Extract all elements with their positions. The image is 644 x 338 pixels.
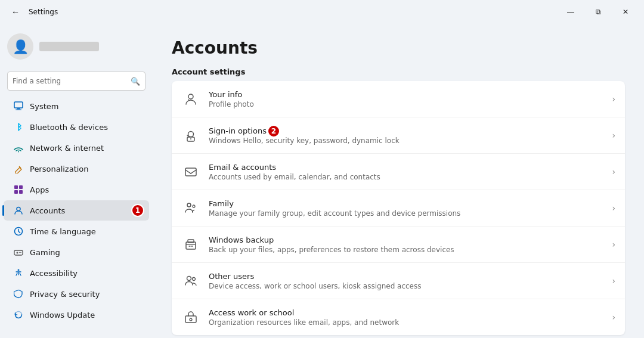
sidebar-label-privacy: Privacy & security bbox=[30, 290, 100, 299]
svg-rect-1 bbox=[17, 108, 20, 110]
sidebar-item-personalization[interactable]: Personalization bbox=[4, 159, 149, 179]
your-info-icon bbox=[181, 89, 200, 108]
your-info-text: Your info Profile photo bbox=[209, 90, 603, 108]
app-title: Settings bbox=[29, 8, 58, 16]
svg-point-14 bbox=[20, 252, 21, 253]
sidebar-item-apps[interactable]: Apps bbox=[4, 179, 149, 200]
svg-point-27 bbox=[187, 277, 191, 281]
other-users-desc: Device access, work or school users, kio… bbox=[209, 282, 603, 290]
family-icon bbox=[181, 199, 200, 218]
gaming-icon bbox=[13, 247, 24, 258]
sidebar-item-gaming[interactable]: Gaming bbox=[4, 242, 149, 262]
email-icon bbox=[181, 162, 200, 181]
page-title: Accounts bbox=[172, 38, 625, 58]
svg-rect-22 bbox=[185, 168, 196, 176]
nav-list: System Bluetooth & devices Network & int… bbox=[0, 95, 153, 325]
close-button[interactable]: ✕ bbox=[612, 2, 639, 21]
accounts-icon bbox=[13, 205, 24, 216]
family-chevron: › bbox=[612, 203, 615, 213]
sidebar-label-time: Time & language bbox=[30, 227, 96, 236]
sidebar-label-bluetooth: Bluetooth & devices bbox=[30, 123, 108, 132]
section-label: Account settings bbox=[172, 67, 625, 76]
settings-item-your-info[interactable]: Your info Profile photo › bbox=[172, 81, 625, 117]
sidebar-item-privacy[interactable]: Privacy & security bbox=[4, 284, 149, 304]
svg-point-15 bbox=[18, 269, 20, 271]
your-info-desc: Profile photo bbox=[209, 100, 603, 108]
search-box[interactable]: Find a setting 🔍 bbox=[7, 72, 145, 91]
email-chevron: › bbox=[612, 167, 615, 176]
sidebar-label-update: Windows Update bbox=[30, 311, 95, 320]
user-profile[interactable]: 👤 bbox=[0, 29, 153, 67]
sidebar-label-accounts: Accounts bbox=[30, 206, 65, 215]
sign-in-chevron: › bbox=[612, 131, 615, 140]
sidebar-item-bluetooth[interactable]: Bluetooth & devices bbox=[4, 117, 149, 137]
search-container: Find a setting 🔍 bbox=[0, 69, 153, 95]
user-name bbox=[39, 42, 99, 51]
other-users-text: Other users Device access, work or schoo… bbox=[209, 272, 603, 290]
badge-2: 2 bbox=[267, 125, 280, 138]
sidebar: 👤 Find a setting 🔍 System Bluetooth & de… bbox=[0, 24, 153, 338]
backup-title: Windows backup bbox=[209, 235, 603, 244]
sidebar-item-system[interactable]: System bbox=[4, 96, 149, 116]
other-users-icon bbox=[181, 271, 200, 290]
your-info-title: Your info bbox=[209, 90, 603, 99]
sidebar-item-accounts[interactable]: Accounts 1 bbox=[4, 200, 149, 221]
your-info-chevron: › bbox=[612, 94, 615, 104]
settings-item-family[interactable]: Family Manage your family group, edit ac… bbox=[172, 190, 625, 227]
bluetooth-icon bbox=[13, 122, 24, 132]
settings-list: Your info Profile photo › Sign-in option… bbox=[172, 81, 625, 335]
badge-1: 1 bbox=[131, 204, 144, 217]
backup-text: Windows backup Back up your files, apps,… bbox=[209, 235, 603, 254]
avatar: 👤 bbox=[7, 33, 33, 60]
personalization-icon bbox=[13, 163, 24, 174]
work-school-title: Access work or school bbox=[209, 308, 603, 317]
svg-point-3 bbox=[18, 151, 19, 153]
sign-in-desc: Windows Hello, security key, password, d… bbox=[209, 137, 603, 145]
work-school-desc: Organization resources like email, apps,… bbox=[209, 318, 603, 327]
backup-chevron: › bbox=[612, 240, 615, 249]
backup-desc: Back up your files, apps, preferences to… bbox=[209, 246, 603, 254]
svg-point-17 bbox=[188, 132, 194, 137]
other-users-chevron: › bbox=[612, 276, 615, 286]
svg-point-19 bbox=[190, 138, 191, 139]
sidebar-item-update[interactable]: Windows Update bbox=[4, 305, 149, 325]
sidebar-item-time[interactable]: Time & language bbox=[4, 221, 149, 241]
title-bar-left: ← Settings bbox=[7, 4, 58, 20]
title-bar: ← Settings — ⧉ ✕ bbox=[0, 0, 644, 24]
sign-in-icon bbox=[181, 126, 200, 145]
svg-rect-25 bbox=[186, 242, 196, 249]
settings-item-other-users[interactable]: Other users Device access, work or schoo… bbox=[172, 263, 625, 299]
work-school-text: Access work or school Organization resou… bbox=[209, 308, 603, 327]
backup-icon bbox=[181, 235, 200, 254]
svg-rect-4 bbox=[14, 185, 18, 189]
back-button[interactable]: ← bbox=[7, 4, 24, 20]
email-desc: Accounts used by email, calendar, and co… bbox=[209, 173, 603, 181]
avatar-icon: 👤 bbox=[13, 39, 29, 54]
svg-rect-6 bbox=[14, 190, 18, 194]
svg-point-23 bbox=[187, 203, 191, 207]
svg-rect-29 bbox=[185, 316, 196, 323]
app-body: 👤 Find a setting 🔍 System Bluetooth & de… bbox=[0, 24, 644, 338]
svg-point-24 bbox=[193, 205, 195, 207]
email-title: Email & accounts bbox=[209, 163, 603, 172]
update-icon bbox=[13, 309, 24, 320]
window-controls: — ⧉ ✕ bbox=[557, 2, 639, 21]
settings-item-backup[interactable]: Windows backup Back up your files, apps,… bbox=[172, 227, 625, 263]
minimize-button[interactable]: — bbox=[557, 2, 584, 21]
family-title: Family bbox=[209, 199, 603, 208]
time-icon bbox=[13, 226, 24, 237]
sidebar-item-accessibility[interactable]: Accessibility bbox=[4, 263, 149, 283]
sidebar-label-accessibility: Accessibility bbox=[30, 269, 78, 278]
family-desc: Manage your family group, edit account t… bbox=[209, 209, 603, 218]
sidebar-label-apps: Apps bbox=[30, 185, 49, 194]
settings-item-work-school[interactable]: Access work or school Organization resou… bbox=[172, 299, 625, 335]
accessibility-icon bbox=[13, 268, 24, 278]
work-school-icon bbox=[181, 308, 200, 327]
restore-button[interactable]: ⧉ bbox=[584, 2, 612, 21]
search-placeholder: Find a setting bbox=[13, 77, 127, 85]
sidebar-label-system: System bbox=[30, 102, 58, 111]
sidebar-item-network[interactable]: Network & internet bbox=[4, 138, 149, 158]
settings-item-email[interactable]: Email & accounts Accounts used by email,… bbox=[172, 154, 625, 190]
svg-rect-5 bbox=[19, 185, 23, 189]
settings-item-sign-in[interactable]: Sign-in options Windows Hello, security … bbox=[172, 117, 625, 154]
